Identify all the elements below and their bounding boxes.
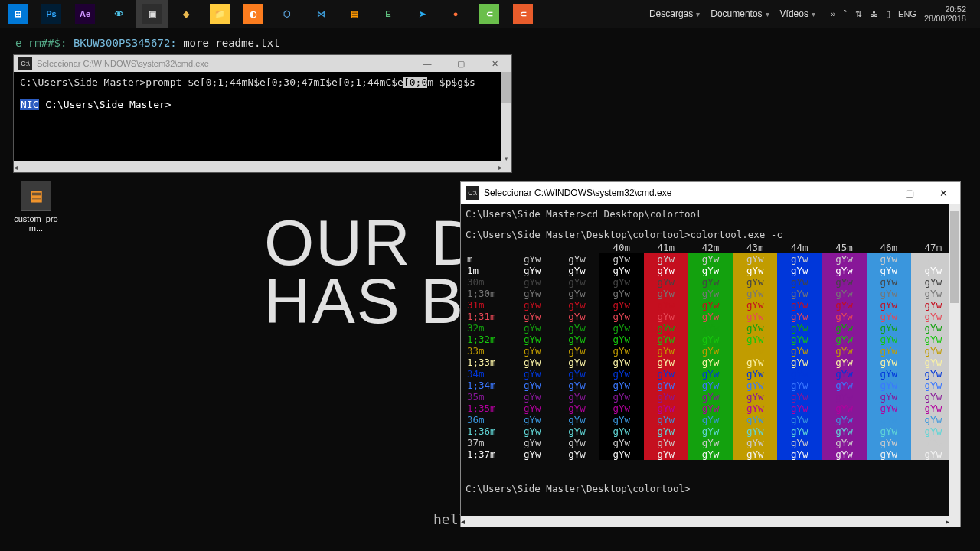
taskbar-folder-descargas[interactable]: Descargas▾: [649, 8, 700, 19]
background-terminal-line: e rm##$: BKUW300PS345672: more readme.tx…: [15, 37, 280, 49]
cmd-title-icon: C:\: [466, 186, 479, 200]
win2-cmd1: C:\Users\Side Master>cd Desktop\colortoo…: [466, 208, 956, 220]
colortool-row: 35mgYwgYwgYwgYwgYwgYwgYwgYwgYwgYw: [466, 391, 956, 403]
colortool-row: 1;33mgYwgYwgYwgYwgYwgYwgYwgYwgYwgYw: [466, 357, 956, 368]
colortool-row: 36mgYwgYwgYwgYwgYwgYwgYwgYwgYwgYw: [466, 414, 956, 425]
tray-up-icon[interactable]: ˄: [843, 9, 848, 19]
taskbar-folder-documentos[interactable]: Documentos▾: [710, 8, 769, 19]
win2-prompt: C:\Users\Side Master\Desktop\colortool>: [466, 483, 956, 494]
win2-title: Seleccionar C:\WINDOWS\system32\cmd.exe: [484, 187, 859, 198]
win1-close-button[interactable]: ✕: [478, 59, 511, 69]
colortool-row: 1;32mgYwgYwgYwgYwgYwgYwgYwgYwgYwgYw: [466, 334, 956, 345]
win1-line2: NIC C:\Users\Side Master>: [20, 99, 505, 110]
win2-body[interactable]: C:\Users\Side Master>cd Desktop\colortoo…: [461, 204, 960, 516]
taskbar: ⊞PsAe👁▣◆📁◐⬡⋈▤E➤●⊂⊂ Descargas▾Documentos▾…: [0, 0, 980, 28]
diamond-icon[interactable]: ◆: [170, 0, 202, 28]
tray-batt-icon[interactable]: ▯: [886, 9, 890, 19]
clock-date: 28/08/2018: [924, 14, 966, 23]
colortool-row: 37mgYwgYwgYwgYwgYwgYwgYwgYwgYwgYw: [466, 437, 956, 448]
prompt-nic: NIC: [20, 99, 39, 110]
taskbar-tray: » ˄ ⇅ 🖧 ▯ ENG 20:52 28/08/2018: [823, 5, 978, 23]
win1-titlebar[interactable]: C:\ Seleccionar C:\WINDOWS\system32\cmd.…: [14, 55, 511, 72]
sublime-file-icon: ▤: [21, 181, 51, 211]
camtasia1-icon[interactable]: ⊂: [473, 0, 505, 28]
colortool-grid: 40m41m42m43m44m45m46m47mmgYwgYwgYwgYwgYw…: [466, 242, 956, 460]
colortool-row: 1;34mgYwgYwgYwgYwgYwgYwgYwgYwgYwgYw: [466, 380, 956, 391]
win1-minimize-button[interactable]: —: [410, 59, 444, 68]
win1-maximize-button[interactable]: ▢: [444, 59, 478, 69]
explorer-icon[interactable]: 📁: [204, 0, 236, 28]
photoshop-icon[interactable]: Ps: [35, 0, 67, 28]
e-icon[interactable]: E: [372, 0, 404, 28]
bg-term-cmd: more readme.txt: [183, 37, 279, 49]
colortool-row: 1mgYwgYwgYwgYwgYwgYwgYwgYwgYwgYw: [466, 265, 956, 276]
win1-line1: C:\Users\Side Master>prompt $e[0;1;44mN$…: [20, 77, 505, 88]
colortool-row: 30mgYwgYwgYwgYwgYwgYwgYwgYwgYwgYw: [466, 276, 956, 288]
tray-wifi-icon[interactable]: ⇅: [855, 9, 862, 19]
colortool-row: 1;31mgYwgYwgYwgYwgYwgYwgYwgYwgYwgYw: [466, 311, 956, 322]
telegram-icon[interactable]: ➤: [406, 0, 438, 28]
colortool-row: 1;35mgYwgYwgYwgYwgYwgYwgYwgYwgYwgYw: [466, 403, 956, 414]
win2-cmd2: C:\Users\Side Master\Desktop\colortool>c…: [466, 229, 956, 240]
taskbar-folder-vídeos[interactable]: Vídeos▾: [780, 8, 815, 19]
colortool-row: 34mgYwgYwgYwgYwgYwgYwgYwgYwgYwgYw: [466, 368, 956, 380]
win1-selection: [0;0: [403, 77, 427, 88]
tray-net-icon[interactable]: 🖧: [870, 9, 878, 18]
taskbar-folders: Descargas▾Documentos▾Vídeos▾: [649, 8, 823, 19]
colortool-row: 33mgYwgYwgYwgYwgYwgYwgYwgYwgYwgYw: [466, 345, 956, 357]
scroll-left-icon[interactable]: ◂: [14, 163, 18, 171]
scroll-left-icon[interactable]: ◂: [461, 517, 465, 526]
desktop-file-custom-prom[interactable]: ▤ custom_prom...: [9, 181, 63, 233]
chevrons-icon[interactable]: »: [831, 9, 835, 18]
aftereffects-icon[interactable]: Ae: [69, 0, 101, 28]
bg-term-code: BKUW300PS345672:: [74, 37, 177, 49]
win1-hscrollbar[interactable]: ◂ ▸: [14, 161, 502, 172]
win2-hscrollbar[interactable]: ◂ ▸: [461, 516, 949, 527]
colortool-header: 40m41m42m43m44m45m46m47m: [466, 242, 956, 253]
vscode-icon[interactable]: ⋈: [305, 0, 337, 28]
win2-minimize-button[interactable]: —: [859, 182, 893, 204]
colortool-row: 31mgYwgYwgYwgYwgYwgYwgYwgYwgYwgYw: [466, 299, 956, 311]
win1-vscrollbar[interactable]: ▴ ▾: [501, 72, 511, 161]
colortool-row: 1;30mgYwgYwgYwgYwgYwgYwgYwgYwgYwgYw: [466, 288, 956, 299]
colortool-row: 32mgYwgYwgYwgYwgYwgYwgYwgYwgYwgYw: [466, 322, 956, 334]
win2-scroll-corner: [949, 516, 960, 527]
cmd-window-inactive[interactable]: C:\ Seleccionar C:\WINDOWS\system32\cmd.…: [13, 54, 512, 173]
sublime-icon[interactable]: ▤: [338, 0, 371, 28]
cmd-title-icon: C:\: [18, 57, 32, 70]
taskbar-clock[interactable]: 20:52 28/08/2018: [924, 5, 971, 23]
clock-time: 20:52: [945, 5, 966, 14]
win1-body[interactable]: C:\Users\Side Master>prompt $e[0;1;44mN$…: [14, 72, 511, 158]
desktop-file-label: custom_prom...: [9, 214, 63, 233]
camtasia2-icon[interactable]: ⊂: [507, 0, 539, 28]
win1-scroll-corner: [502, 161, 511, 172]
win2-maximize-button[interactable]: ▢: [893, 182, 926, 204]
start-icon[interactable]: ⊞: [2, 0, 34, 28]
colortool-row: 1;37mgYwgYwgYwgYwgYwgYwgYwgYwgYwgYw: [466, 448, 956, 460]
eye-icon[interactable]: 👁: [103, 0, 135, 28]
firefox-icon[interactable]: ●: [439, 0, 472, 28]
win2-vscroll-thumb[interactable]: [950, 211, 959, 303]
win1-title: Seleccionar C:\WINDOWS\system32\cmd.exe: [37, 59, 410, 68]
xampp-icon[interactable]: ◐: [237, 0, 270, 28]
win2-titlebar[interactable]: C:\ Seleccionar C:\WINDOWS\system32\cmd.…: [461, 182, 960, 204]
taskbar-apps: ⊞PsAe👁▣◆📁◐⬡⋈▤E➤●⊂⊂: [2, 0, 539, 28]
cmd-window-active[interactable]: C:\ Seleccionar C:\WINDOWS\system32\cmd.…: [460, 181, 961, 527]
cmd-icon[interactable]: ▣: [136, 0, 168, 28]
win2-vscrollbar[interactable]: [949, 204, 960, 516]
colortool-row: mgYwgYwgYwgYwgYwgYwgYwgYwgYwgYw: [466, 253, 956, 265]
tray-lang[interactable]: ENG: [898, 9, 916, 18]
colortool-row: 1;36mgYwgYwgYwgYwgYwgYwgYwgYwgYwgYw: [466, 425, 956, 437]
win1-vscroll-thumb[interactable]: [501, 72, 511, 103]
win2-close-button[interactable]: ✕: [926, 182, 960, 204]
cube-icon[interactable]: ⬡: [271, 0, 303, 28]
bg-term-host: e rm##$:: [15, 37, 67, 49]
